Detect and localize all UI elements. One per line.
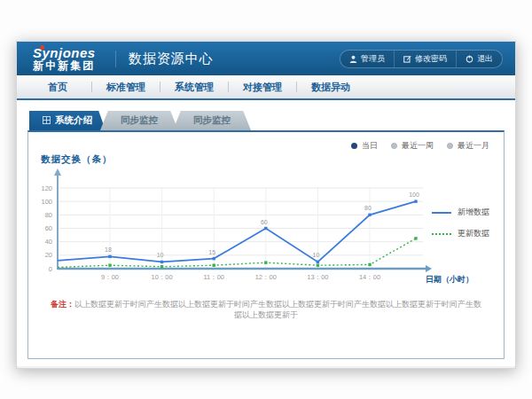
- svg-text:120: 120: [41, 184, 52, 192]
- svg-text:日期（小时）: 日期（小时）: [426, 275, 473, 284]
- nav-item-system-mgmt[interactable]: 系统管理: [160, 81, 228, 94]
- tab-sync-monitor-2[interactable]: 同步监控: [173, 111, 251, 130]
- header-actions: 管理员 修改密码 退出: [340, 50, 503, 68]
- svg-text:10：00: 10：00: [152, 273, 173, 281]
- svg-text:13：00: 13：00: [307, 273, 328, 281]
- content-area: 系统介绍 同步监控 同步监控 当日 最近一周: [17, 100, 515, 366]
- svg-text:20: 20: [45, 251, 52, 259]
- power-icon: [466, 55, 473, 63]
- svg-text:15: 15: [208, 249, 215, 255]
- legend-item-new-data: 新增数据: [432, 207, 489, 218]
- nav-item-data-change[interactable]: 数据异动: [297, 81, 364, 94]
- svg-text:10: 10: [313, 252, 320, 258]
- svg-text:9：00: 9：00: [101, 273, 119, 281]
- logout-button[interactable]: 退出: [456, 51, 502, 67]
- tab-system-intro[interactable]: 系统介绍: [29, 111, 106, 130]
- footnote-text: 以上数据更新于时间产生数据以上数据更新于时间产生数据以上数据更新于时间产生数据以…: [74, 300, 481, 320]
- tab-sync-monitor-1[interactable]: 同步监控: [100, 111, 178, 130]
- legend-item-updated-data: 更新数据: [432, 228, 489, 239]
- logo-red-dot-icon: [40, 45, 44, 50]
- tab-bar: 系统介绍 同步监控 同步监控: [29, 111, 505, 130]
- blue-line-swatch-icon: [432, 212, 451, 214]
- svg-text:10: 10: [157, 252, 164, 258]
- svg-text:12：00: 12：00: [255, 273, 277, 281]
- svg-text:14：00: 14：00: [359, 273, 380, 281]
- main-nav: 首页 标准管理 系统管理 对接管理 数据异动: [17, 75, 515, 100]
- svg-text:60: 60: [45, 224, 52, 232]
- logo-company-name: 新中新集团: [33, 60, 96, 72]
- grid-icon: [43, 115, 51, 126]
- chart-legend: 新增数据 更新数据: [432, 207, 489, 239]
- nav-item-interface-mgmt[interactable]: 对接管理: [229, 81, 296, 94]
- svg-text:80: 80: [364, 205, 372, 211]
- svg-text:100: 100: [41, 198, 52, 206]
- svg-text:80: 80: [45, 211, 52, 219]
- edit-icon: [403, 55, 411, 63]
- app-window: Synjones 新中新集团 数据资源中心 管理员 修改密码 退出: [16, 41, 516, 369]
- svg-text:11：00: 11：00: [203, 273, 224, 281]
- change-password-button[interactable]: 修改密码: [394, 51, 456, 67]
- footnote: 备注：以上数据更新于时间产生数据以上数据更新于时间产生数据以上数据更新于时间产生…: [28, 299, 504, 321]
- svg-text:18: 18: [105, 246, 112, 253]
- svg-text:0: 0: [49, 265, 52, 273]
- company-logo: Synjones 新中新集团: [27, 46, 101, 71]
- green-dotted-swatch-icon: [432, 233, 451, 235]
- svg-text:100: 100: [409, 192, 419, 198]
- app-header: Synjones 新中新集团 数据资源中心 管理员 修改密码 退出: [17, 42, 515, 75]
- user-icon: [349, 55, 357, 63]
- page-title: 数据资源中心: [115, 51, 214, 67]
- chart-panel: 当日 最近一周 最近一月 数据交换（条） 0204060801001209：00…: [27, 130, 505, 359]
- svg-text:40: 40: [45, 238, 52, 246]
- admin-user-button[interactable]: 管理员: [340, 51, 394, 67]
- nav-item-standard-mgmt[interactable]: 标准管理: [92, 81, 160, 94]
- svg-text:60: 60: [261, 219, 268, 225]
- nav-item-home[interactable]: 首页: [24, 81, 91, 94]
- footnote-prefix: 备注：: [51, 300, 74, 309]
